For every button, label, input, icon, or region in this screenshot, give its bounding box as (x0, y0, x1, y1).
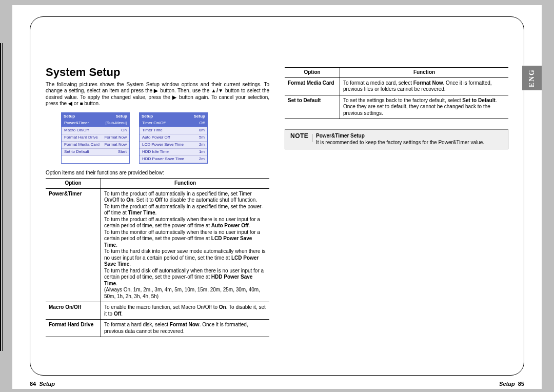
footer-right: Setup 85 (499, 381, 524, 387)
screenshot-pair: SetupSetupPower&Timer[Sub-Menu]Macro On/… (61, 112, 269, 164)
menu-row: Format Hard DriveFormat Now (62, 134, 129, 142)
menu-row: Timer On/OffOff (140, 120, 207, 127)
content-frame: System Setup The following pictures show… (30, 16, 524, 376)
menu-row: Timer Time0m (140, 127, 207, 134)
menu-row: HDD Idle Time1m (140, 149, 207, 156)
left-column: System Setup The following pictures show… (46, 65, 269, 360)
menu-row: LCD Power Save Time2m (140, 142, 207, 149)
menu-row: Auto Power Off5m (140, 134, 207, 142)
table-row: Power&TimerTo turn the product off autom… (46, 188, 269, 302)
menu-row: Set to DefaultStart (62, 149, 129, 156)
page-background: System Setup The following pictures show… (12, 5, 542, 389)
table-row: Format Media CardTo format a media card,… (285, 77, 508, 95)
menu-row: Format Media CardFormat Now (62, 142, 129, 149)
table-row: Macro On/OffTo enable the macro function… (46, 302, 269, 320)
th-function: Function (101, 179, 270, 189)
note-content: Power&Timer Setup It is recommended to k… (316, 133, 503, 146)
note-box: NOTE Power&Timer Setup It is recommended… (285, 129, 508, 149)
footer-left: 84 Setup (30, 381, 55, 387)
page-footer: 84 Setup Setup 85 (30, 381, 524, 387)
intro-paragraph: The following pictures shows the System … (46, 82, 269, 107)
th-option: Option (285, 68, 340, 78)
th-function: Function (340, 68, 509, 78)
note-title: Power&Timer Setup (316, 133, 365, 139)
menu-row: Power&Timer[Sub-Menu] (62, 120, 129, 127)
screenshot-right: SetupSetupTimer On/OffOffTimer Time0mAut… (139, 112, 208, 164)
th-option: Option (46, 179, 101, 189)
menu-row: HDD Power Save Time2m (140, 156, 207, 163)
options-table-right: Option Function Format Media CardTo form… (285, 67, 508, 119)
page-title: System Setup (46, 65, 269, 80)
right-column: Option Function Format Media CardTo form… (285, 65, 508, 360)
options-table-left: Option Function Power&TimerTo turn the p… (46, 178, 269, 337)
language-tab: ENG (522, 66, 542, 90)
screenshot-left: SetupSetupPower&Timer[Sub-Menu]Macro On/… (61, 112, 130, 164)
menu-row: Macro On/OffOn (62, 127, 129, 134)
note-body: It is recommended to keep the factory se… (316, 140, 484, 145)
table-row: Format Hard DriveTo format a hard disk, … (46, 320, 269, 337)
note-label: NOTE (290, 132, 308, 140)
table-row: Set to DefaultTo set the settings back t… (285, 95, 508, 119)
table-intro: Option items and their functions are pro… (46, 170, 269, 177)
